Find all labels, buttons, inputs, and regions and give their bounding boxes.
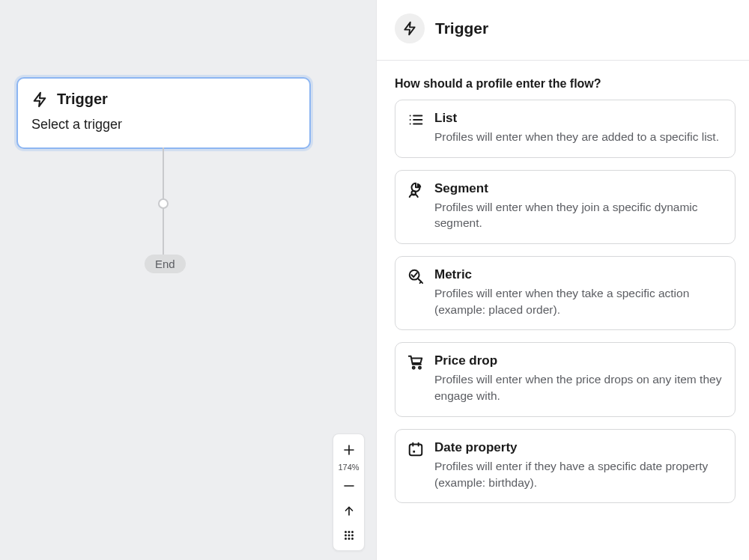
svg-rect-16 <box>410 444 422 455</box>
bolt-icon <box>31 91 48 108</box>
option-desc: Profiles will enter when they join a spe… <box>434 199 723 231</box>
svg-point-1 <box>348 531 350 533</box>
flow-end-badge: End <box>145 255 186 273</box>
side-panel-title: Trigger <box>435 19 488 37</box>
bolt-icon <box>395 13 425 43</box>
side-panel-header: Trigger <box>377 0 749 61</box>
option-text-wrap: Date property Profiles will enter if the… <box>434 440 723 490</box>
trigger-prompt-label: How should a profile enter the flow? <box>395 77 736 91</box>
trigger-node-header: Trigger <box>31 91 296 108</box>
list-icon <box>407 111 425 145</box>
svg-point-6 <box>345 538 347 540</box>
trigger-option-segment[interactable]: Segment Profiles will enter when they jo… <box>395 170 736 244</box>
svg-point-7 <box>348 538 350 540</box>
option-text-wrap: Metric Profiles will enter when they tak… <box>434 267 723 317</box>
option-text-wrap: Price drop Profiles will enter when the … <box>434 353 723 404</box>
option-desc: Profiles will enter when they are added … <box>434 129 723 145</box>
zoom-toolbar: 174% <box>333 433 365 551</box>
flow-connector-dot[interactable] <box>158 198 169 209</box>
trigger-node-title: Trigger <box>57 91 108 108</box>
option-title: Price drop <box>434 353 723 368</box>
svg-point-4 <box>348 534 350 536</box>
zoom-in-button[interactable] <box>336 437 363 462</box>
segment-icon <box>407 181 425 231</box>
side-panel-body: How should a profile enter the flow? Lis… <box>377 61 749 560</box>
option-title: Metric <box>434 267 723 282</box>
svg-point-10 <box>410 119 411 121</box>
reset-view-button[interactable] <box>336 498 363 523</box>
cart-icon <box>407 353 425 404</box>
option-title: Segment <box>434 181 723 196</box>
flow-canvas[interactable]: Trigger Select a trigger End 174% <box>0 0 376 560</box>
trigger-option-metric[interactable]: Metric Profiles will enter when they tak… <box>395 256 736 330</box>
option-desc: Profiles will enter if they have a speci… <box>434 458 723 490</box>
svg-point-14 <box>413 367 415 369</box>
option-desc: Profiles will enter when the price drops… <box>434 371 723 404</box>
option-text-wrap: List Profiles will enter when they are a… <box>434 111 723 145</box>
trigger-option-date-property[interactable]: Date property Profiles will enter if the… <box>395 429 736 503</box>
option-text-wrap: Segment Profiles will enter when they jo… <box>434 181 723 231</box>
minimap-button[interactable] <box>336 523 363 547</box>
svg-point-5 <box>351 534 354 536</box>
svg-point-2 <box>351 531 354 533</box>
option-desc: Profiles will enter when they take a spe… <box>434 285 723 317</box>
svg-point-0 <box>345 531 347 533</box>
svg-point-15 <box>419 367 421 369</box>
trigger-option-price-drop[interactable]: Price drop Profiles will enter when the … <box>395 342 736 416</box>
option-title: List <box>434 111 723 126</box>
trigger-side-panel: Trigger How should a profile enter the f… <box>376 0 749 560</box>
zoom-level-label: 174% <box>338 462 359 473</box>
trigger-option-list[interactable]: List Profiles will enter when they are a… <box>395 100 736 158</box>
svg-point-3 <box>345 534 347 536</box>
svg-point-9 <box>410 115 411 117</box>
svg-point-11 <box>410 124 411 125</box>
trigger-node[interactable]: Trigger Select a trigger <box>16 77 311 149</box>
option-title: Date property <box>434 440 723 455</box>
zoom-out-button[interactable] <box>336 473 363 498</box>
metric-icon <box>407 267 425 317</box>
svg-point-8 <box>351 538 354 540</box>
calendar-icon <box>407 440 425 490</box>
trigger-node-subtitle: Select a trigger <box>31 117 296 133</box>
